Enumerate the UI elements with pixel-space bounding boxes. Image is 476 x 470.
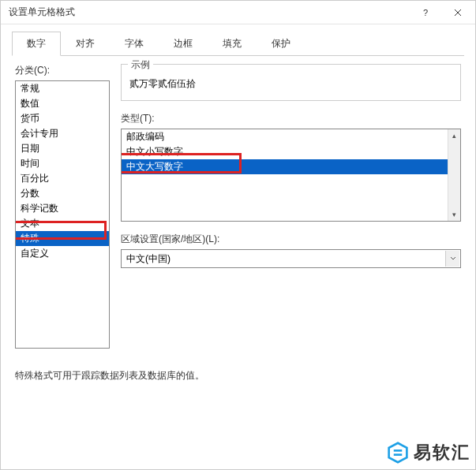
tab-1[interactable]: 对齐	[61, 32, 110, 56]
category-item[interactable]: 会计专用	[16, 126, 109, 141]
locale-row: 区域设置(国家/地区)(L): 中文(中国)	[121, 233, 461, 268]
category-listbox[interactable]: 常规数值货币会计专用日期时间百分比分数科学记数文本特殊自定义	[15, 80, 110, 349]
type-label: 类型(T):	[121, 112, 461, 125]
watermark: 易软汇	[387, 441, 470, 464]
titlebar: 设置单元格格式 ?	[1, 1, 475, 24]
locale-select[interactable]: 中文(中国)	[121, 249, 461, 268]
sample-group: 示例 贰万零贰佰伍拾	[121, 64, 461, 101]
category-item[interactable]: 日期	[16, 141, 109, 156]
watermark-logo-icon	[387, 442, 409, 464]
type-item[interactable]: 中文大写数字	[122, 159, 460, 174]
tab-strip: 数字对齐字体边框填充保护	[12, 31, 464, 56]
category-column: 分类(C): 常规数值货币会计专用日期时间百分比分数科学记数文本特殊自定义	[15, 64, 110, 349]
scroll-up-icon[interactable]: ▴	[448, 129, 460, 142]
type-listbox[interactable]: 邮政编码中文小写数字中文大写数字 ▴ ▾	[121, 129, 461, 222]
dialog-title: 设置单元格格式	[9, 6, 410, 19]
category-item[interactable]: 特殊	[16, 231, 109, 246]
help-button[interactable]: ?	[410, 2, 442, 24]
watermark-text: 易软汇	[414, 441, 470, 464]
svg-marker-3	[389, 443, 407, 463]
category-item[interactable]: 货币	[16, 111, 109, 126]
scroll-down-icon[interactable]: ▾	[448, 208, 460, 221]
category-item[interactable]: 分数	[16, 186, 109, 201]
tab-2[interactable]: 字体	[110, 32, 159, 56]
category-item[interactable]: 文本	[16, 216, 109, 231]
chevron-down-icon[interactable]	[445, 251, 459, 267]
tab-3[interactable]: 边框	[159, 32, 208, 56]
close-button[interactable]	[442, 2, 474, 24]
type-item[interactable]: 中文小写数字	[122, 144, 460, 159]
type-scrollbar[interactable]: ▴ ▾	[448, 129, 460, 221]
category-item[interactable]: 自定义	[16, 246, 109, 261]
category-item[interactable]: 科学记数	[16, 201, 109, 216]
tab-5[interactable]: 保护	[257, 32, 305, 56]
format-cells-dialog: 设置单元格格式 ? 数字对齐字体边框填充保护 分类(C): 常规数值货币会计专用…	[0, 0, 476, 470]
tab-4[interactable]: 填充	[208, 32, 257, 56]
category-item[interactable]: 时间	[16, 156, 109, 171]
locale-label: 区域设置(国家/地区)(L):	[121, 233, 461, 246]
category-label: 分类(C):	[15, 64, 110, 77]
tab-0[interactable]: 数字	[12, 32, 61, 56]
sample-value: 贰万零贰佰伍拾	[129, 76, 452, 92]
category-item[interactable]: 数值	[16, 96, 109, 111]
type-item[interactable]: 邮政编码	[122, 129, 460, 144]
detail-column: 示例 贰万零贰佰伍拾 类型(T): 邮政编码中文小写数字中文大写数字 ▴ ▾ 区…	[121, 64, 461, 349]
svg-text:?: ?	[423, 9, 428, 17]
content-area: 分类(C): 常规数值货币会计专用日期时间百分比分数科学记数文本特殊自定义 示例…	[1, 56, 475, 356]
locale-value: 中文(中国)	[126, 252, 171, 266]
sample-group-title: 示例	[128, 58, 153, 72]
category-item[interactable]: 常规	[16, 81, 109, 96]
description-text: 特殊格式可用于跟踪数据列表及数据库的值。	[15, 369, 461, 382]
category-item[interactable]: 百分比	[16, 171, 109, 186]
scroll-track[interactable]	[448, 142, 460, 208]
